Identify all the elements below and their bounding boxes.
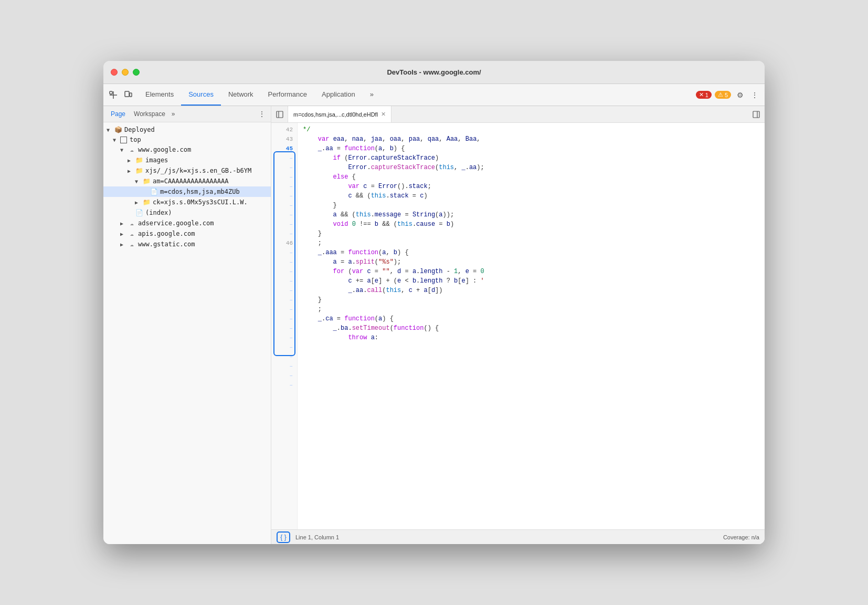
- line-num-42: 42: [271, 125, 297, 134]
- main-tabs: Elements Sources Network Performance App…: [138, 84, 696, 106]
- devtools-tab-bar: Elements Sources Network Performance App…: [103, 84, 765, 106]
- title-bar: DevTools - www.google.com/: [103, 61, 765, 84]
- line-num-d17: –: [271, 314, 297, 324]
- coverage-status: Coverage: n/a: [723, 534, 759, 540]
- svg-rect-0: [110, 91, 112, 94]
- folder-icon-am: 📁: [142, 177, 151, 185]
- editor-tab-bar: m=cdos,hsm,jsa,...c,dtl0hd,eHDfl ✕: [271, 106, 765, 123]
- tab-elements[interactable]: Elements: [138, 84, 181, 106]
- format-code-button[interactable]: { }: [277, 531, 290, 543]
- tree-item-top[interactable]: ▼ top: [103, 135, 271, 144]
- line-num-d5: –: [271, 191, 297, 201]
- line-num-d3: –: [271, 172, 297, 182]
- code-container: 42 43 45 – – – – – – – – – 46 – – – –: [271, 123, 765, 529]
- code-line-20: ;: [303, 305, 759, 314]
- line-num-d10: –: [271, 248, 297, 257]
- file-tab-name: m=cdos,hsm,jsa,...c,dtl0hd,eHDfl: [293, 111, 378, 118]
- content-area: Page Workspace » ⋮ ▼ 📦 Deployed ▼ top: [103, 106, 765, 544]
- line-num-d1: –: [271, 153, 297, 163]
- tab-sources[interactable]: Sources: [181, 84, 221, 106]
- traffic-lights: [111, 69, 140, 76]
- code-line-9: }: [303, 201, 759, 210]
- code-line-13: ;: [303, 238, 759, 248]
- line-num-d24: –: [271, 380, 297, 390]
- line-num-d9: –: [271, 229, 297, 238]
- line-num-d6: –: [271, 201, 297, 210]
- sidebar-more-tabs[interactable]: »: [172, 110, 175, 118]
- sidebar-menu-icon[interactable]: ⋮: [258, 110, 266, 118]
- warning-badge[interactable]: ⚠ 5: [715, 91, 731, 99]
- sidebar-tab-page[interactable]: Page: [109, 109, 128, 119]
- cursor-position: Line 1, Column 1: [295, 534, 339, 540]
- svg-rect-7: [753, 111, 759, 118]
- code-line-16: for (var c = "", d = a.length - 1, e = 0: [303, 267, 759, 276]
- code-line-14: _.aaa = function(a, b) {: [303, 248, 759, 257]
- more-options-icon[interactable]: ⋮: [749, 89, 760, 101]
- tree-item-apis[interactable]: ▶ ☁ apis.google.com: [103, 228, 271, 239]
- line-num-d21: –: [271, 352, 297, 361]
- editor-file-tab-active[interactable]: m=cdos,hsm,jsa,...c,dtl0hd,eHDfl ✕: [288, 106, 391, 122]
- line-num-d4: –: [271, 182, 297, 191]
- line-num-d7: –: [271, 210, 297, 220]
- tree-item-adservice[interactable]: ▶ ☁ adservice.google.com: [103, 218, 271, 228]
- line-num-d22: –: [271, 361, 297, 371]
- toolbar-left: [108, 84, 134, 106]
- tree-item-mcdos[interactable]: 📄 m=cdos,hsm,jsa,mb4ZUb: [103, 186, 271, 197]
- minimize-button[interactable]: [122, 69, 129, 76]
- inspect-element-icon[interactable]: [108, 89, 119, 101]
- tree-item-am[interactable]: ▼ 📁 am=CAAAAAAAAAAAAAAAA: [103, 176, 271, 186]
- line-num-d20: –: [271, 342, 297, 352]
- sidebar: Page Workspace » ⋮ ▼ 📦 Deployed ▼ top: [103, 106, 271, 544]
- code-line-22: _.ba.setTimeout(function() {: [303, 324, 759, 333]
- tree-item-ck[interactable]: ▶ 📁 ck=xjs.s.0Mx5ys3sCUI.L.W.: [103, 197, 271, 207]
- line-num-d8: –: [271, 220, 297, 229]
- file-tree: ▼ 📦 Deployed ▼ top ▼ ☁ www.google.com: [103, 122, 271, 544]
- tree-item-index[interactable]: 📄 (index): [103, 207, 271, 218]
- tree-item-xjs[interactable]: ▶ 📁 xjs/_/js/k=xjs.s.en_GB.-b6YM: [103, 165, 271, 176]
- file-tab-close-icon[interactable]: ✕: [381, 111, 386, 117]
- device-toolbar-icon[interactable]: [122, 89, 134, 101]
- code-content[interactable]: */ var eaa, naa, jaa, oaa, paa, qaa, Aaa…: [298, 123, 765, 529]
- svg-rect-4: [130, 93, 132, 97]
- line-num-d11: –: [271, 257, 297, 267]
- tree-item-google[interactable]: ▼ ☁ www.google.com: [103, 144, 271, 155]
- editor-area: m=cdos,hsm,jsa,...c,dtl0hd,eHDfl ✕: [271, 106, 765, 544]
- tab-performance[interactable]: Performance: [261, 84, 314, 106]
- code-line-8: c && (this.stack = c): [303, 191, 759, 201]
- code-line-4: if (Error.captureStackTrace): [303, 153, 759, 163]
- sidebar-tab-workspace[interactable]: Workspace: [132, 109, 167, 119]
- tree-item-deployed[interactable]: ▼ 📦 Deployed: [103, 124, 271, 135]
- origin-icon-apis: ☁: [128, 230, 136, 238]
- code-line-12: }: [303, 229, 759, 238]
- maximize-button[interactable]: [133, 69, 140, 76]
- folder-icon: 📁: [135, 156, 143, 164]
- origin-icon: ☁: [128, 145, 136, 154]
- close-button[interactable]: [111, 69, 118, 76]
- tree-item-images[interactable]: ▶ 📁 images: [103, 155, 271, 165]
- tab-network[interactable]: Network: [221, 84, 261, 106]
- origin-icon-ads: ☁: [128, 219, 136, 227]
- line-num-43: 43: [271, 134, 297, 144]
- editor-tab-right: [748, 106, 765, 122]
- sidebar-toggle-icon[interactable]: [271, 106, 288, 122]
- code-line-2: var eaa, naa, jaa, oaa, paa, qaa, Aaa, B…: [303, 134, 759, 144]
- window-title: DevTools - www.google.com/: [387, 68, 481, 76]
- code-line-1: */: [303, 125, 759, 134]
- code-line-11: void 0 !== b && (this.cause = b): [303, 220, 759, 229]
- code-line-18: _.aa.call(this, c + a[d]): [303, 286, 759, 295]
- tree-item-gstatic[interactable]: ▶ ☁ www.gstatic.com: [103, 239, 271, 249]
- line-num-d2: –: [271, 163, 297, 172]
- code-line-10: a && (this.message = String(a));: [303, 210, 759, 220]
- code-line-6: else {: [303, 172, 759, 182]
- navigator-icon[interactable]: [748, 106, 765, 123]
- code-line-15: a = a.split("%s");: [303, 257, 759, 267]
- error-badge[interactable]: ✕ 1: [696, 91, 712, 99]
- folder-icon-xjs: 📁: [135, 166, 143, 175]
- tab-more[interactable]: »: [363, 84, 381, 106]
- settings-icon[interactable]: ⚙: [734, 89, 746, 101]
- sidebar-header: Page Workspace » ⋮: [103, 106, 271, 122]
- status-bar: { } Line 1, Column 1 Coverage: n/a: [271, 529, 765, 544]
- tab-application[interactable]: Application: [314, 84, 363, 106]
- origin-icon-gstatic: ☁: [128, 240, 136, 248]
- line-num-d12: –: [271, 267, 297, 276]
